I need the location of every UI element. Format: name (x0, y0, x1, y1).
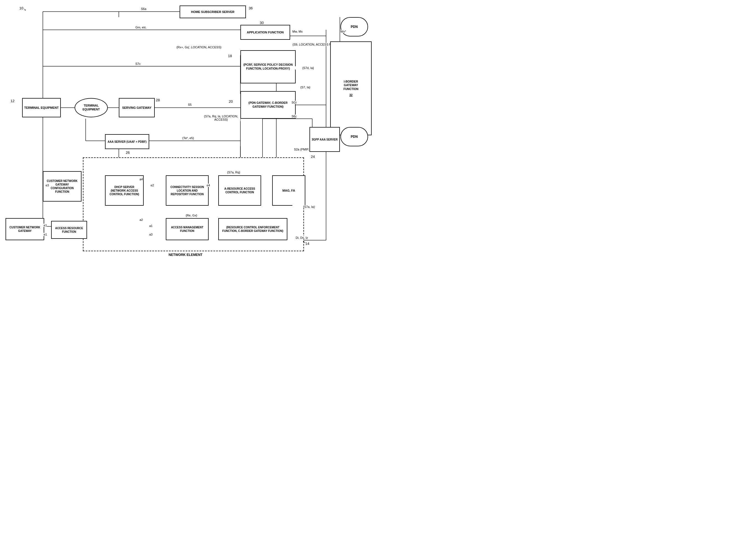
s7a-rq-ia-label: {S7a, Rq, Ia, LOCATION, ACCESS} (202, 115, 240, 121)
pdn-cloud-2: PDN (340, 127, 368, 146)
s5-label: S5 (188, 103, 191, 106)
home-subscriber-server-box: HOME SUBSCRIBER SERVER (180, 6, 246, 18)
application-function-box: APPLICATION FUNCTION (240, 25, 290, 40)
3gpp-access-ellipse: TERMINAL EQUIPMENT (75, 98, 108, 117)
s7a-ia-label2: {S7a, Ia} (292, 205, 325, 209)
ref-10: 10 (19, 6, 23, 10)
aaa-server-box: AAA SERVER (UAAF + PDBF) (105, 134, 149, 149)
network-diagram: 10 ↘ HOME SUBSCRIBER SERVER 36 S6a APPLI… (0, 0, 378, 272)
s7c-label: S7c (135, 62, 141, 65)
s6c-label: S6c (292, 115, 297, 118)
ref-20: 20 (229, 99, 233, 104)
ref-24: 24 (311, 155, 315, 159)
ref-12: 12 (11, 99, 14, 103)
a-resource-access-box: A-RESOURCE ACCESS CONTROL FUNCTION (218, 175, 261, 206)
access-management-box: ACCESS MANAGEMENT FUNCTION (166, 218, 209, 240)
ref-36: 36 (249, 6, 253, 10)
serving-gateway-box: SERVING GATEWAY (119, 98, 155, 117)
terminal-equipment-box: TERMINAL EQUIPMENT (22, 98, 61, 117)
s6a-label: S6a (141, 7, 146, 10)
s7d-ia-label: {S7d, Ia} (292, 66, 325, 70)
ref-32: 32 (343, 93, 358, 97)
e2-label: e2 (151, 184, 154, 187)
ref-26: 26 (126, 151, 130, 155)
arrow-10: ↘ (23, 8, 26, 11)
wx-star-label: Wx* (340, 30, 346, 33)
mag-fa-box: MAG, FA (272, 175, 305, 206)
mw-mx-label: Mw, Mx (292, 30, 303, 33)
re-gx-label: {Re, Gx} (186, 214, 197, 217)
access-resource-box: ACCESS RESOURCE FUNCTION (51, 221, 87, 239)
ref-28: 28 (156, 98, 160, 102)
arrow-14: ↖ (303, 240, 306, 244)
di-ds-iz-label: Di, Ds, Iz (296, 236, 308, 240)
connectivity-session-box: CONNECTIVITY SESSION LOCATION AND REPOSI… (166, 175, 209, 206)
ref-18: 18 (228, 54, 232, 58)
e4-label: e4 (207, 184, 210, 187)
sgi-label: SGi (292, 101, 296, 104)
iborder-gateway-box: I-BORDER GATEWAY FUNCTION 32 (330, 41, 372, 135)
pcrf-box: {PCRF, SERVICE POLICY DECISION FUNCTION,… (240, 50, 296, 83)
ref-14: 14 (305, 242, 309, 246)
gm-label: Gm, etc. (135, 26, 147, 29)
a3-label: a3 (149, 233, 153, 236)
cng-box: CUSTOMER NETWORK GATEWAY (6, 218, 44, 240)
a4-label: a4 (140, 178, 143, 181)
dhcp-server-box: DHCP SERVER (NETWORK ACCESS CONTROL FUNC… (105, 175, 144, 206)
e1b-label: e1 (44, 233, 47, 236)
pdn-gateway-box: {PDN GATEWAY, C-BORDER GATEWAY FUNCTION} (240, 91, 296, 119)
s7-ia-label: {S7, Ia} (292, 86, 319, 89)
ta-e5-label: {Ta*, e5} (182, 136, 194, 140)
a2-label: a2 (140, 218, 143, 222)
resource-control-box: {RESOURCE CONTROL ENFORCEMENT FUNCTION, … (218, 218, 287, 240)
e1-label: e1 (44, 224, 47, 227)
rx-gq-label: {Rx+, Gq', LOCATION, ACCESS} (171, 46, 227, 49)
3gpp-aaa-server-box: 3GPP AAA SERVER (309, 127, 340, 152)
pdn-cloud-1: PDN (340, 17, 368, 36)
ref-30: 30 (260, 21, 264, 25)
network-element-label: NETWORK ELEMENT (169, 253, 203, 257)
a1-label: a1 (149, 224, 153, 228)
s7a-rq-label: {S7a, Rq} (227, 171, 240, 174)
e3-label: e3 (46, 184, 49, 187)
